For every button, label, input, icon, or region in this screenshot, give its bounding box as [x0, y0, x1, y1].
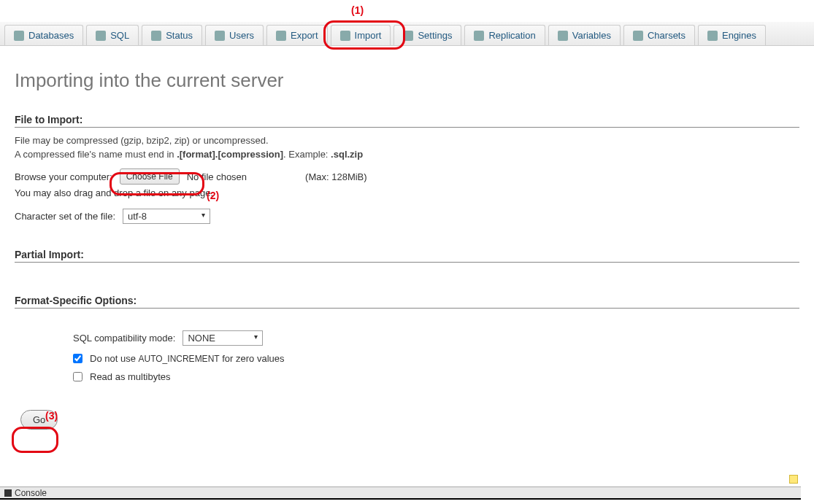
choose-file-button[interactable]: Choose File — [120, 168, 180, 185]
read-multibytes-label: Read as multibytes — [90, 371, 171, 382]
section-partial-import: Partial Import: — [15, 249, 799, 263]
tab-label: Engines — [722, 30, 756, 41]
tab-sql[interactable]: SQL — [86, 25, 139, 45]
tab-label: Users — [229, 30, 254, 41]
sql-icon — [96, 31, 106, 41]
tab-status[interactable]: Status — [142, 25, 202, 45]
tab-label: Databases — [28, 30, 74, 41]
tab-label: Variables — [572, 30, 611, 41]
sql-compat-label: SQL compatibility mode: — [73, 333, 175, 344]
section-file-to-import: File to Import: — [15, 114, 799, 128]
console-bar[interactable]: Console — [0, 486, 801, 500]
console-label: Console — [15, 488, 47, 498]
export-icon — [276, 31, 286, 41]
users-icon — [215, 31, 225, 41]
drag-drop-hint: You may also drag and drop a file on any… — [15, 187, 799, 198]
top-tabs: Databases SQL Status Users Export Import… — [0, 22, 814, 46]
main-content: Importing into the current server File t… — [0, 46, 814, 430]
sql-compat-select[interactable]: NONE — [183, 330, 263, 346]
go-button[interactable]: Go — [20, 410, 58, 430]
tab-settings[interactable]: Settings — [393, 25, 461, 45]
database-icon — [14, 31, 24, 41]
tab-label: SQL — [110, 30, 129, 41]
annotation-label-1: (1) — [351, 4, 364, 16]
section-format-specific: Format-Specific Options: — [15, 295, 799, 309]
page-title: Importing into the current server — [15, 69, 799, 92]
tab-label: Settings — [418, 30, 452, 41]
auto-increment-checkbox[interactable] — [73, 354, 82, 363]
tab-replication[interactable]: Replication — [464, 25, 545, 45]
replication-icon — [474, 31, 484, 41]
import-icon — [340, 31, 350, 41]
settings-icon — [403, 31, 413, 41]
annotation-oval-3 — [12, 427, 58, 453]
charset-label: Character set of the file: — [15, 211, 115, 222]
max-size: (Max: 128MiB) — [305, 171, 367, 182]
auto-increment-label: Do not use AUTO_INCREMENT for zero value… — [90, 353, 285, 364]
tab-export[interactable]: Export — [266, 25, 328, 45]
read-multibytes-checkbox[interactable] — [73, 372, 82, 381]
tab-users[interactable]: Users — [205, 25, 264, 45]
charsets-icon — [633, 31, 643, 41]
tab-charsets[interactable]: Charsets — [623, 25, 695, 45]
tab-label: Charsets — [648, 30, 686, 41]
variables-icon — [558, 31, 568, 41]
tab-databases[interactable]: Databases — [4, 25, 83, 45]
browse-label: Browse your computer: — [15, 171, 112, 182]
tab-variables[interactable]: Variables — [548, 25, 621, 45]
tab-label: Replication — [488, 30, 535, 41]
no-file-chosen: No file chosen — [187, 171, 247, 182]
hint-name-format: A compressed file's name must end in .[f… — [15, 149, 799, 160]
tab-label: Import — [355, 30, 382, 41]
status-icon — [151, 31, 161, 41]
engines-icon — [707, 31, 718, 41]
page-settings-icon[interactable] — [789, 475, 798, 484]
tab-label: Status — [166, 30, 193, 41]
tab-engines[interactable]: Engines — [698, 25, 766, 45]
tab-label: Export — [291, 30, 318, 41]
tab-import[interactable]: Import — [331, 25, 391, 45]
console-icon — [4, 489, 12, 497]
hint-compression: File may be compressed (gzip, bzip2, zip… — [15, 135, 799, 146]
charset-select[interactable]: utf-8 — [123, 209, 210, 224]
